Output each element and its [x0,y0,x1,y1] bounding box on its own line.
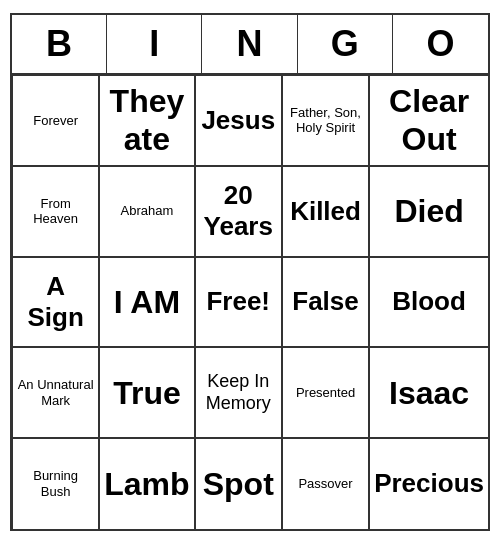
bingo-header: BINGO [12,15,488,75]
bingo-cell: Presented [282,347,369,438]
cell-text: 20 Years [200,180,277,242]
bingo-grid: ForeverThey ateJesusFather, Son, Holy Sp… [12,75,488,529]
cell-text: Presented [296,385,355,401]
bingo-cell: Free! [195,257,282,348]
cell-text: Abraham [121,203,174,219]
bingo-cell: Isaac [369,347,488,438]
bingo-cell: An Unnatural Mark [12,347,99,438]
bingo-cell: Precious [369,438,488,529]
bingo-cell: Forever [12,75,99,166]
cell-text: Jesus [201,105,275,136]
bingo-cell: 20 Years [195,166,282,257]
cell-text: Free! [206,286,270,317]
cell-text: An Unnatural Mark [17,377,94,408]
cell-text: Father, Son, Holy Spirit [287,105,364,136]
cell-text: From Heaven [17,196,94,227]
bingo-cell: True [99,347,194,438]
bingo-cell: I AM [99,257,194,348]
bingo-cell: Died [369,166,488,257]
bingo-header-cell: G [298,15,393,73]
cell-text: True [113,374,181,412]
bingo-cell: Father, Son, Holy Spirit [282,75,369,166]
cell-text: Passover [298,476,352,492]
cell-text: Lamb [104,465,189,503]
cell-text: False [292,286,359,317]
bingo-cell: From Heaven [12,166,99,257]
cell-text: Clear Out [374,82,484,159]
bingo-header-cell: O [393,15,488,73]
bingo-header-cell: N [202,15,297,73]
cell-text: Keep In Memory [200,371,277,414]
bingo-cell: Lamb [99,438,194,529]
cell-text: Blood [392,286,466,317]
cell-text: They ate [104,82,189,159]
cell-text: Isaac [389,374,469,412]
cell-text: Died [394,192,463,230]
bingo-cell: Burning Bush [12,438,99,529]
cell-text: I AM [114,283,180,321]
bingo-cell: Clear Out [369,75,488,166]
cell-text: Burning Bush [17,468,94,499]
cell-text: Forever [33,113,78,129]
bingo-cell: Killed [282,166,369,257]
bingo-card: BINGO ForeverThey ateJesusFather, Son, H… [10,13,490,531]
bingo-cell: False [282,257,369,348]
bingo-cell: They ate [99,75,194,166]
bingo-cell: Abraham [99,166,194,257]
bingo-cell: Keep In Memory [195,347,282,438]
bingo-cell: Passover [282,438,369,529]
cell-text: A Sign [17,271,94,333]
cell-text: Precious [374,468,484,499]
cell-text: Spot [203,465,274,503]
bingo-cell: Jesus [195,75,282,166]
bingo-header-cell: B [12,15,107,73]
bingo-cell: Spot [195,438,282,529]
bingo-cell: Blood [369,257,488,348]
cell-text: Killed [290,196,361,227]
bingo-cell: A Sign [12,257,99,348]
bingo-header-cell: I [107,15,202,73]
